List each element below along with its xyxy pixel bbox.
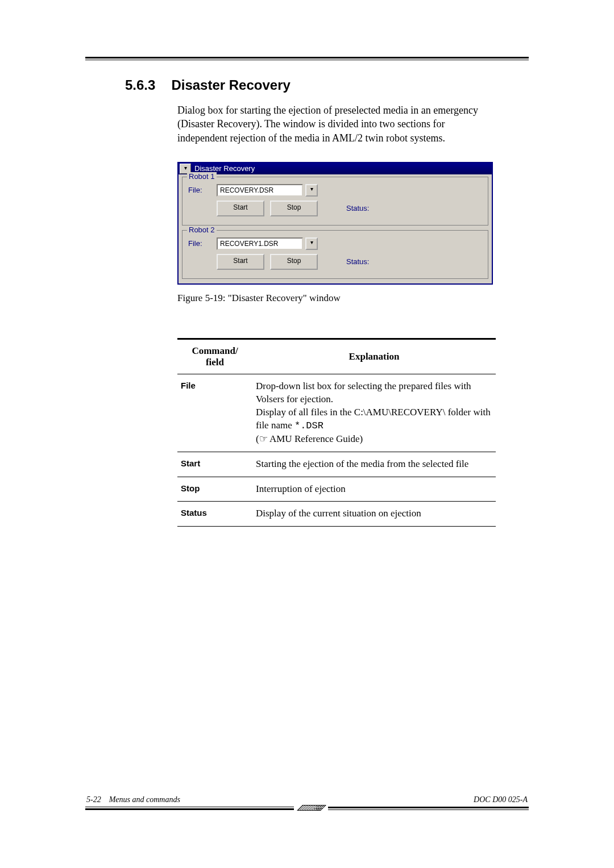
cmd-file: File (177, 374, 252, 452)
cmd-status: Status (177, 502, 252, 527)
robot2-legend: Robot 2 (187, 226, 217, 234)
robot1-group: Robot 1 File: RECOVERY.DSR ▾ Start Stop … (182, 177, 488, 226)
robot2-start-button[interactable]: Start (217, 254, 264, 270)
table-head-explanation: Explanation (252, 339, 496, 374)
footer-doc: DOC D00 025-A (474, 795, 528, 804)
footer-page: 5-22 (86, 795, 101, 804)
cmd-stop: Stop (177, 477, 252, 502)
exp-stop: Interruption of ejection (252, 477, 496, 502)
robot1-file-label: File: (188, 186, 217, 194)
robot1-legend: Robot 1 (187, 172, 217, 181)
chevron-down-icon[interactable]: ▾ (305, 237, 318, 250)
section-number: 5.6.3 (125, 77, 155, 93)
exp-file: Drop-down list box for selecting the pre… (252, 374, 496, 452)
exp-start: Starting the ejection of the media from … (252, 452, 496, 477)
robot1-status-label: Status: (346, 204, 369, 212)
window-titlebar[interactable]: ▾ Disaster Recovery (179, 163, 492, 174)
robot2-group: Robot 2 File: RECOVERY1.DSR ▾ Start Stop… (182, 230, 488, 279)
robot1-start-button[interactable]: Start (217, 201, 264, 216)
chevron-down-icon[interactable]: ▾ (305, 184, 318, 197)
robot2-file-label: File: (188, 239, 217, 248)
robot2-stop-button[interactable]: Stop (270, 254, 318, 270)
table-row: Status Display of the current situation … (177, 502, 496, 527)
exp-status: Display of the current situation on ejec… (252, 502, 496, 527)
table-head-command: Command/ field (177, 339, 252, 374)
section-heading: 5.6.3 Disaster Recovery (125, 77, 489, 93)
table-row: Start Starting the ejection of the media… (177, 452, 496, 477)
intro-paragraph: Dialog box for starting the ejection of … (177, 103, 489, 145)
section-title: Disaster Recovery (171, 77, 290, 93)
figure-caption: Figure 5-19: "Disaster Recovery" window (177, 293, 489, 304)
cmd-start: Start (177, 452, 252, 477)
robot1-file-value[interactable]: RECOVERY.DSR (217, 184, 303, 197)
disaster-recovery-window: ▾ Disaster Recovery Robot 1 File: RECOVE… (177, 162, 493, 285)
command-table: Command/ field Explanation File Drop-dow… (177, 338, 496, 527)
top-rule (85, 57, 529, 60)
robot2-file-combo[interactable]: RECOVERY1.DSR ▾ (217, 237, 318, 250)
footer-chapter: Menus and commands (109, 795, 180, 804)
table-row: File Drop-down list box for selecting th… (177, 374, 496, 452)
robot1-stop-button[interactable]: Stop (270, 201, 318, 216)
table-row: Stop Interruption of ejection (177, 477, 496, 502)
footer-ornament-icon (294, 804, 328, 812)
robot2-file-value[interactable]: RECOVERY1.DSR (217, 237, 303, 250)
robot1-file-combo[interactable]: RECOVERY.DSR ▾ (217, 184, 318, 197)
page-footer: 5-22 Menus and commands DOC D00 025-A (85, 795, 529, 811)
robot2-status-label: Status: (346, 257, 369, 266)
